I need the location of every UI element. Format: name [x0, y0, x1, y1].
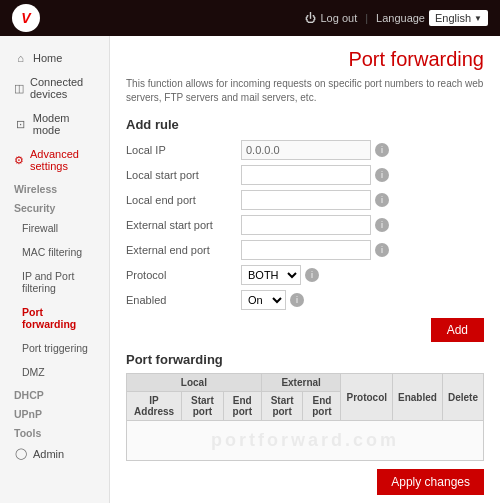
enabled-info-icon[interactable]: i	[290, 293, 304, 307]
sidebar-item-admin[interactable]: ◯ Admin	[0, 441, 109, 466]
sidebar-item-dmz[interactable]: DMZ	[0, 360, 109, 384]
local-ip-input[interactable]	[241, 140, 371, 160]
external-start-port-info-icon[interactable]: i	[375, 218, 389, 232]
home-icon: ⌂	[14, 52, 27, 64]
sidebar-section-security-label: Security	[14, 202, 55, 214]
apply-changes-button[interactable]: Apply changes	[377, 469, 484, 495]
local-ip-input-wrap: i	[241, 140, 389, 160]
enabled-row: Enabled On Off i	[126, 290, 484, 310]
language-box[interactable]: English ▼	[429, 10, 488, 26]
modem-icon: ⊡	[14, 118, 27, 131]
sidebar-section-dhcp: DHCP	[0, 384, 109, 403]
sidebar-item-port-triggering[interactable]: Port triggering	[0, 336, 109, 360]
external-start-port-label: External start port	[126, 219, 241, 231]
sidebar-section-wireless-label: Wireless	[14, 183, 57, 195]
header-right: Log out | Language English ▼	[305, 10, 488, 26]
sidebar-item-connected-devices[interactable]: ◫ Connected devices	[0, 70, 109, 106]
local-end-port-input-wrap: i	[241, 190, 389, 210]
main-layout: ⌂ Home ◫ Connected devices ⊡ Modem mode …	[0, 36, 500, 503]
admin-icon: ◯	[14, 447, 27, 460]
apply-button-row: Apply changes	[126, 461, 484, 495]
protocol-select[interactable]: BOTH TCP UDP	[241, 265, 301, 285]
sidebar-section-wireless: Wireless	[0, 178, 109, 197]
devices-icon: ◫	[14, 82, 24, 95]
page-description: This function allows for incoming reques…	[126, 77, 484, 105]
local-start-port-input[interactable]	[241, 165, 371, 185]
external-end-port-label: External end port	[126, 244, 241, 256]
local-start-port-input-wrap: i	[241, 165, 389, 185]
enabled-select[interactable]: On Off	[241, 290, 286, 310]
sidebar-item-ip-port-filtering-label: IP and Port filtering	[22, 270, 99, 294]
logout-button[interactable]: Log out	[305, 12, 357, 24]
local-end-port-label: Local end port	[126, 194, 241, 206]
logo-v-text: V	[21, 10, 30, 26]
external-start-port-row: External start port i	[126, 215, 484, 235]
sidebar-item-port-forwarding-label: Port forwarding	[22, 306, 99, 330]
local-start-port-row: Local start port i	[126, 165, 484, 185]
external-end-port-row: External end port i	[126, 240, 484, 260]
sidebar-item-port-triggering-label: Port triggering	[22, 342, 88, 354]
external-start-port-input[interactable]	[241, 215, 371, 235]
sidebar-item-firewall[interactable]: Firewall	[0, 216, 109, 240]
external-start-port-input-wrap: i	[241, 215, 389, 235]
local-group-header: Local	[127, 374, 262, 392]
external-end-port-col-header: End port	[303, 392, 341, 421]
local-ip-row: Local IP i	[126, 140, 484, 160]
sidebar-item-advanced-settings[interactable]: ⚙ Advanced settings	[0, 142, 109, 178]
logo-area: V	[12, 4, 40, 32]
sidebar-item-advanced-settings-label: Advanced settings	[30, 148, 99, 172]
header: V Log out | Language English ▼	[0, 0, 500, 36]
sidebar-item-modem-mode-label: Modem mode	[33, 112, 99, 136]
external-end-port-input-wrap: i	[241, 240, 389, 260]
protocol-row: Protocol BOTH TCP UDP i	[126, 265, 484, 285]
table-watermark-cell: portforward.com	[127, 421, 484, 461]
local-end-port-info-icon[interactable]: i	[375, 193, 389, 207]
sidebar-item-mac-filtering[interactable]: MAC filtering	[0, 240, 109, 264]
ip-address-col-header: IP Address	[127, 392, 182, 421]
sidebar-item-home-label: Home	[33, 52, 62, 64]
local-start-port-col-header: Start port	[182, 392, 224, 421]
sidebar: ⌂ Home ◫ Connected devices ⊡ Modem mode …	[0, 36, 110, 503]
external-group-header: External	[261, 374, 341, 392]
sidebar-item-firewall-label: Firewall	[22, 222, 58, 234]
virgin-logo: V	[12, 4, 40, 32]
language-arrow-icon: ▼	[474, 14, 482, 23]
sidebar-item-home[interactable]: ⌂ Home	[0, 46, 109, 70]
local-ip-label: Local IP	[126, 144, 241, 156]
table-group-header-row: Local External Protocol Enabled Delete	[127, 374, 484, 392]
local-end-port-input[interactable]	[241, 190, 371, 210]
protocol-label: Protocol	[126, 269, 241, 281]
language-label: Language	[376, 12, 425, 24]
external-end-port-info-icon[interactable]: i	[375, 243, 389, 257]
add-button[interactable]: Add	[431, 318, 484, 342]
sidebar-item-modem-mode[interactable]: ⊡ Modem mode	[0, 106, 109, 142]
logout-label: Log out	[320, 12, 357, 24]
sidebar-item-port-forwarding[interactable]: Port forwarding	[0, 300, 109, 336]
protocol-input-wrap: BOTH TCP UDP i	[241, 265, 319, 285]
sidebar-section-dhcp-label: DHCP	[14, 389, 44, 401]
header-divider: |	[365, 12, 368, 24]
language-selector[interactable]: Language English ▼	[376, 10, 488, 26]
enabled-col-header: Enabled	[393, 374, 443, 421]
external-end-port-input[interactable]	[241, 240, 371, 260]
sidebar-section-upnp: UPnP	[0, 403, 109, 422]
local-ip-info-icon[interactable]: i	[375, 143, 389, 157]
sidebar-section-tools-label: Tools	[14, 427, 41, 439]
content-area: Port forwarding This function allows for…	[110, 36, 500, 503]
power-icon	[305, 12, 316, 24]
sidebar-item-ip-port-filtering[interactable]: IP and Port filtering	[0, 264, 109, 300]
enabled-label: Enabled	[126, 294, 241, 306]
sidebar-section-upnp-label: UPnP	[14, 408, 42, 420]
add-rule-title: Add rule	[126, 117, 484, 132]
sidebar-item-admin-label: Admin	[33, 448, 64, 460]
protocol-info-icon[interactable]: i	[305, 268, 319, 282]
settings-icon: ⚙	[14, 154, 24, 167]
local-start-port-label: Local start port	[126, 169, 241, 181]
sidebar-item-mac-filtering-label: MAC filtering	[22, 246, 82, 258]
local-start-port-info-icon[interactable]: i	[375, 168, 389, 182]
port-forwarding-table: Local External Protocol Enabled Delete I…	[126, 373, 484, 461]
add-rule-form: Local IP i Local start port i Local end …	[126, 140, 484, 310]
page-title: Port forwarding	[126, 48, 484, 71]
external-start-port-col-header: Start port	[261, 392, 303, 421]
protocol-col-header: Protocol	[341, 374, 393, 421]
